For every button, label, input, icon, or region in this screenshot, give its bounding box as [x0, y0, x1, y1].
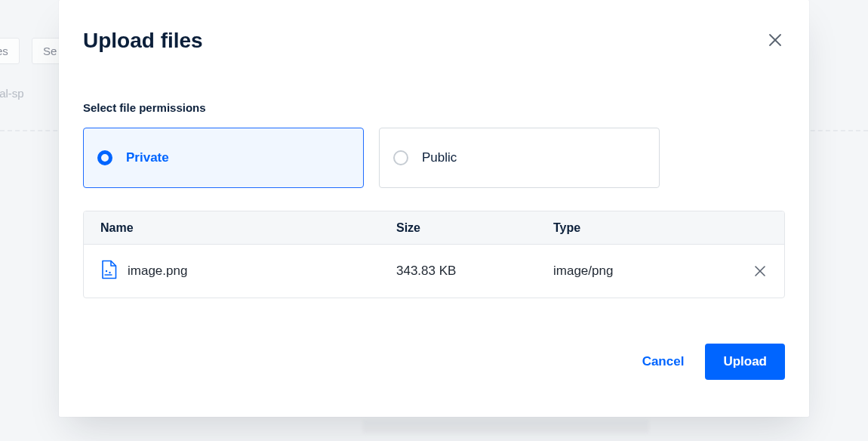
permission-option-private[interactable]: Private — [83, 128, 364, 188]
files-table: Name Size Type image.png 343.83 KB — [83, 211, 785, 298]
modal-title: Upload files — [83, 29, 203, 53]
radio-icon — [97, 150, 112, 165]
column-header-name: Name — [100, 221, 396, 235]
svg-point-2 — [106, 270, 107, 271]
permissions-section-label: Select file permissions — [83, 101, 785, 114]
cancel-button[interactable]: Cancel — [639, 348, 688, 375]
file-name: image.png — [128, 264, 187, 279]
permission-option-label: Public — [422, 150, 457, 165]
background-tab: es — [0, 38, 20, 64]
column-header-type: Type — [553, 221, 737, 235]
close-icon — [768, 33, 782, 47]
radio-icon — [393, 150, 408, 165]
upload-button[interactable]: Upload — [705, 344, 785, 380]
upload-files-modal: Upload files Select file permissions Pri… — [59, 0, 809, 417]
permission-option-public[interactable]: Public — [379, 128, 660, 188]
background-text: utorial-sp — [0, 87, 24, 100]
table-row: image.png 343.83 KB image/png — [84, 245, 784, 298]
file-type: image/png — [553, 264, 737, 279]
close-icon — [754, 265, 766, 277]
svg-point-3 — [109, 271, 110, 273]
column-header-size: Size — [396, 221, 553, 235]
permission-option-label: Private — [126, 150, 169, 165]
background-text — [362, 420, 649, 433]
close-button[interactable] — [767, 32, 783, 48]
file-image-icon — [100, 260, 117, 283]
file-size: 343.83 KB — [396, 264, 553, 279]
remove-file-button[interactable] — [753, 264, 768, 279]
table-header-row: Name Size Type — [84, 211, 784, 245]
